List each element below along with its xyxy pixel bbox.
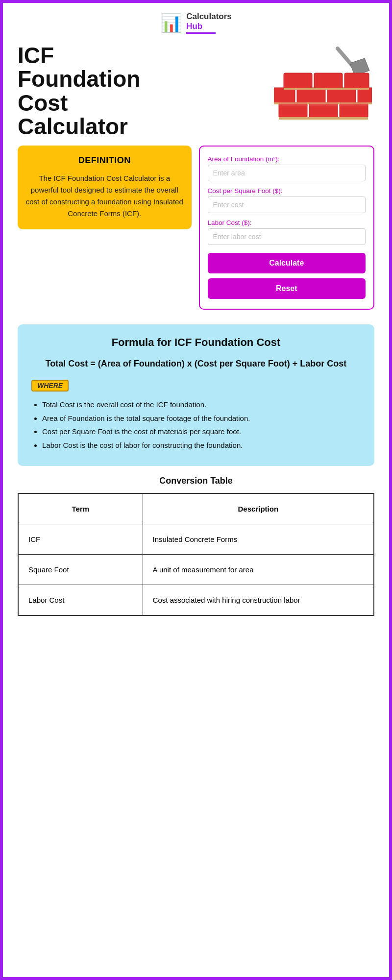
bricks-svg — [274, 44, 372, 127]
term-labor: Labor Cost — [18, 585, 143, 616]
definition-heading: DEFINITION — [25, 155, 184, 166]
conversion-table-title: Conversion Table — [18, 476, 374, 486]
desc-sqft: A unit of measurement for area — [143, 555, 374, 585]
calculator-box: Area of Foundation (m²): Cost per Square… — [199, 146, 375, 310]
formula-bullet-4: Labor Cost is the cost of labor for cons… — [42, 439, 361, 452]
formula-bullet-1: Total Cost is the overall cost of the IC… — [42, 398, 361, 411]
svg-rect-17 — [340, 102, 368, 106]
cost-input[interactable] — [208, 196, 366, 213]
term-sqft: Square Foot — [18, 555, 143, 585]
svg-rect-12 — [314, 73, 343, 89]
area-label: Area of Foundation (m²): — [208, 155, 366, 163]
formula-equation: Total Cost = (Area of Foundation) x (Cos… — [31, 358, 361, 370]
calculate-button[interactable]: Calculate — [208, 253, 366, 273]
where-badge: WHERE — [31, 380, 69, 392]
formula-list: Total Cost is the overall cost of the IC… — [31, 398, 361, 451]
svg-rect-16 — [309, 102, 338, 106]
svg-rect-13 — [344, 73, 369, 89]
svg-rect-9 — [358, 88, 372, 103]
svg-rect-5 — [279, 117, 368, 120]
header-description: Description — [143, 493, 374, 524]
formula-title: Formula for ICF Foundation Cost — [31, 336, 361, 349]
desc-labor: Cost associated with hiring construction… — [143, 585, 374, 616]
table-header-row: Term Description — [18, 493, 374, 524]
page-title: ICF Foundation Cost Calculator — [18, 44, 267, 138]
labor-input[interactable] — [208, 228, 366, 245]
conversion-table: Term Description ICF Insulated Concrete … — [18, 493, 374, 616]
table-row: Square Foot A unit of measurement for ar… — [18, 555, 374, 585]
conversion-section: Conversion Table Term Description ICF In… — [3, 476, 389, 631]
logo-underline — [186, 32, 216, 34]
area-input[interactable] — [208, 165, 366, 181]
reset-button[interactable]: Reset — [208, 278, 366, 299]
definition-text: The ICF Foundation Cost Calculator is a … — [25, 172, 184, 220]
header-term: Term — [18, 493, 143, 524]
logo-hub: Hub — [186, 22, 202, 31]
svg-rect-15 — [279, 102, 307, 106]
main-content: DEFINITION The ICF Foundation Cost Calcu… — [3, 138, 389, 319]
svg-rect-11 — [284, 73, 312, 89]
hero-section: ICF Foundation Cost Calculator — [3, 39, 389, 138]
svg-rect-14 — [284, 88, 369, 90]
logo-icon: 📊 — [160, 13, 182, 33]
formula-bullet-3: Cost per Square Foot is the cost of mate… — [42, 425, 361, 438]
table-row: Labor Cost Cost associated with hiring c… — [18, 585, 374, 616]
desc-icf: Insulated Concrete Forms — [143, 524, 374, 555]
svg-rect-8 — [327, 88, 356, 103]
term-icf: ICF — [18, 524, 143, 555]
svg-rect-6 — [274, 88, 295, 103]
formula-bullet-2: Area of Foundation is the total square f… — [42, 412, 361, 425]
table-row: ICF Insulated Concrete Forms — [18, 524, 374, 555]
logo-area: 📊 Calculators Hub — [3, 3, 389, 39]
labor-label: Labor Cost ($): — [208, 219, 366, 226]
logo-calculators: Calculators — [186, 12, 232, 21]
svg-rect-7 — [297, 88, 325, 103]
logo-text-block: Calculators Hub — [186, 12, 232, 34]
formula-section: Formula for ICF Foundation Cost Total Co… — [18, 324, 374, 466]
definition-box: DEFINITION The ICF Foundation Cost Calcu… — [18, 146, 192, 229]
hero-image — [271, 44, 374, 127]
cost-label: Cost per Square Foot ($): — [208, 187, 366, 195]
